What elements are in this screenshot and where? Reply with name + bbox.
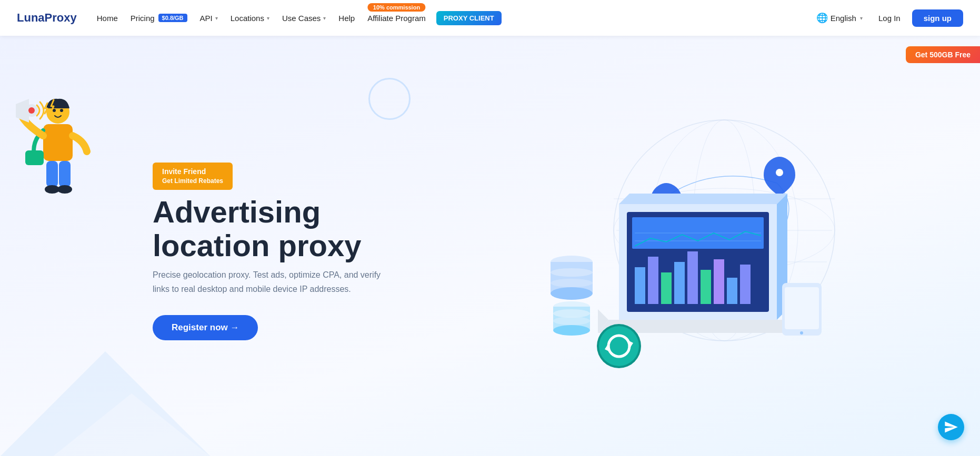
hero-svg-illustration — [524, 99, 851, 393]
svg-point-9 — [45, 185, 59, 194]
hero-illustration — [426, 88, 948, 404]
register-button[interactable]: Register now → — [153, 315, 258, 340]
pricing-badge: $0.8/GB — [158, 14, 187, 22]
nav-usecases-label: Use Cases — [282, 14, 321, 23]
bg-circle-decoration — [368, 78, 411, 120]
svg-point-10 — [57, 185, 72, 194]
svg-point-45 — [551, 287, 593, 300]
language-chevron-icon: ▾ — [860, 15, 863, 21]
invite-badge: Invite Friend Get Limited Rebates — [153, 163, 233, 190]
svg-point-13 — [28, 107, 35, 114]
proxy-client-button[interactable]: PROXY CLIENT — [436, 11, 502, 25]
svg-point-52 — [553, 317, 590, 325]
hero-title: Advertising location proxy — [153, 195, 426, 262]
nav-home-label: Home — [97, 14, 118, 23]
telegram-button[interactable] — [938, 414, 964, 440]
nav-pricing[interactable]: Pricing $0.8/GB — [125, 11, 193, 26]
hero-title-line2: location proxy — [153, 228, 361, 262]
mascot-illustration — [11, 88, 126, 236]
svg-rect-38 — [727, 278, 737, 304]
nav-affiliate[interactable]: 10% commission Affiliate Program — [362, 11, 431, 26]
language-label: English — [831, 14, 856, 23]
svg-rect-34 — [674, 262, 685, 304]
svg-rect-5 — [43, 124, 73, 161]
api-chevron-icon: ▾ — [215, 15, 218, 21]
svg-rect-32 — [648, 257, 658, 304]
svg-marker-0 — [0, 351, 211, 456]
get500-badge[interactable]: Get 500GB Free — [906, 46, 980, 63]
svg-rect-39 — [740, 265, 751, 304]
svg-rect-31 — [635, 267, 645, 304]
nav-help[interactable]: Help — [333, 11, 360, 26]
svg-rect-8 — [59, 161, 71, 187]
svg-marker-1 — [53, 393, 211, 456]
svg-rect-6 — [25, 150, 44, 165]
svg-rect-36 — [701, 270, 711, 304]
svg-rect-35 — [687, 251, 698, 304]
invite-line2: Get Limited Rebates — [162, 177, 223, 186]
svg-point-22 — [776, 169, 783, 176]
nav-links: Home Pricing $0.8/GB API ▾ Locations ▾ U… — [92, 11, 812, 26]
svg-marker-25 — [619, 194, 787, 204]
svg-rect-37 — [714, 259, 724, 304]
nav-locations-label: Locations — [231, 14, 264, 23]
svg-point-4 — [60, 109, 63, 112]
svg-point-50 — [553, 325, 590, 336]
svg-point-46 — [551, 268, 593, 277]
nav-home[interactable]: Home — [92, 11, 123, 26]
nav-affiliate-label: Affiliate Program — [367, 14, 426, 23]
language-selector[interactable]: 🌐 English ▾ — [812, 10, 867, 26]
hero-subtitle: Precise geolocation proxy. Test ads, opt… — [153, 268, 395, 296]
commission-badge: 10% commission — [368, 3, 425, 12]
logo-suffix: oxy — [57, 11, 77, 24]
logo-text: LunaPr — [17, 11, 57, 24]
svg-rect-7 — [46, 161, 58, 187]
hero-title-line1: Advertising — [153, 195, 321, 229]
svg-point-54 — [599, 326, 639, 366]
hero-section: Invite Friend Get Limited Rebates Advert… — [0, 36, 980, 456]
navbar: LunaProxy Home Pricing $0.8/GB API ▾ Loc… — [0, 0, 980, 36]
svg-point-59 — [800, 331, 803, 335]
nav-usecases[interactable]: Use Cases ▾ — [277, 11, 331, 26]
signup-button[interactable]: sign up — [912, 9, 963, 27]
nav-right: 🌐 English ▾ Log In sign up — [812, 9, 963, 27]
invite-line1: Invite Friend — [162, 167, 223, 177]
nav-pricing-label: Pricing — [131, 14, 155, 23]
usecases-chevron-icon: ▾ — [323, 15, 326, 21]
bg-triangles-decoration — [0, 351, 211, 456]
svg-point-51 — [553, 309, 590, 318]
nav-help-label: Help — [338, 14, 355, 23]
svg-rect-58 — [785, 287, 819, 329]
logo[interactable]: LunaProxy — [17, 11, 77, 25]
globe-icon: 🌐 — [816, 12, 828, 24]
hero-content: Invite Friend Get Limited Rebates Advert… — [153, 152, 426, 340]
locations-chevron-icon: ▾ — [267, 15, 269, 21]
nav-api-label: API — [200, 14, 213, 23]
login-button[interactable]: Log In — [871, 11, 908, 26]
nav-api[interactable]: API ▾ — [195, 11, 223, 26]
telegram-icon — [944, 420, 958, 434]
svg-point-47 — [551, 279, 593, 287]
svg-point-3 — [53, 109, 56, 112]
nav-locations[interactable]: Locations ▾ — [225, 11, 275, 26]
svg-rect-33 — [661, 272, 672, 304]
